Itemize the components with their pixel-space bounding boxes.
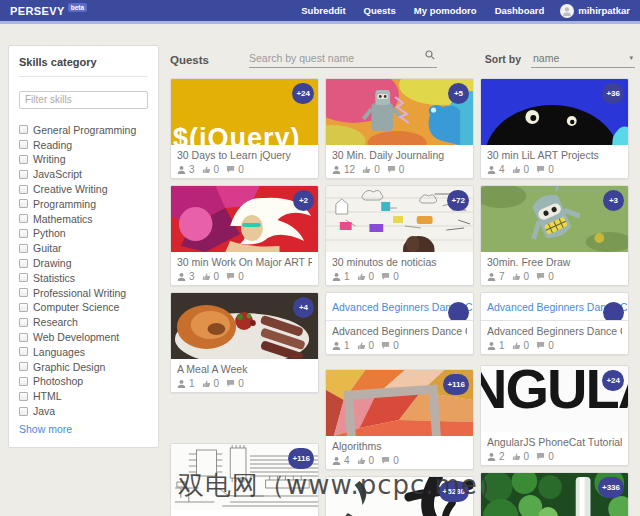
thumbs-up-icon [362,165,371,174]
quest-card-algorithms[interactable]: +116 Algorithms 4 0 0 [325,369,474,470]
nav-item-dashboard[interactable]: Dashboard [495,5,545,16]
checkbox-icon[interactable] [19,362,28,371]
skill-checkbox-general-programming[interactable]: General Programming [19,123,148,138]
checkbox-icon[interactable] [19,214,28,223]
quest-title: A Meal A Week [177,363,312,375]
person-icon [487,452,496,461]
thumbs-up-icon [512,341,521,350]
comment-icon [381,456,390,465]
person-icon [332,272,341,281]
quest-card-meal[interactable]: +4 A Meal A Week 1 0 0 [170,292,319,393]
quest-stats: 3 0 0 [177,164,312,175]
nav-item-subreddit[interactable]: Subreddit [301,5,345,16]
quest-card-journaling[interactable]: +5 30 Min. Daily Journaling 12 0 0 [325,78,474,179]
brand-logo[interactable]: PERSEVY beta [10,5,87,17]
checkbox-icon[interactable] [19,288,28,297]
quest-thumbnail: +336 [481,473,628,516]
person-icon [332,165,341,174]
checkbox-icon[interactable] [19,185,28,194]
quest-thumbnail: +5280 [326,477,473,516]
show-more-link[interactable]: Show more [19,423,148,435]
person-icon [177,379,186,388]
quest-stats: 1 0 0 [332,340,467,351]
skill-checkbox-java[interactable]: Java [19,404,148,419]
skill-checkbox-mathematics[interactable]: Mathematics [19,211,148,226]
grid-column-2: +5 30 Min. Daily Journaling 12 0 0 [325,78,474,516]
quest-stats: 2 0 0 [487,451,622,462]
skill-checkbox-web-development[interactable]: Web Development [19,330,148,345]
quest-card-noticias[interactable]: +72 30 minutos de noticias 1 0 0 [325,185,474,286]
points-badge: +24 [292,83,314,104]
page-title: Quests [170,54,209,68]
quest-card-angularjs[interactable]: NGULAR +24 AngularJS PhoneCat Tutorial A… [480,365,629,466]
skill-checkbox-computer-science[interactable]: Computer Science [19,300,148,315]
checkbox-icon[interactable] [19,273,28,282]
skill-checkbox-reading[interactable]: Reading [19,137,148,152]
nav-menu: Subreddit Quests My pomodoro Dashboard [301,5,544,16]
skill-checkbox-photoshop[interactable]: Photoshop [19,374,148,389]
skill-checkbox-drawing[interactable]: Drawing [19,256,148,271]
checkbox-icon[interactable] [19,155,28,164]
checkbox-icon[interactable] [19,199,28,208]
quest-card-jquery[interactable]: $(jQuery) +24 30 Days to Learn jQuery 3 … [170,78,319,179]
skill-checkbox-javascript[interactable]: JavaScript [19,167,148,182]
quest-card-arduino[interactable]: +336 Arduino 1 0 0 [480,472,629,516]
points-badge: +116 [288,448,314,469]
skill-checkbox-research[interactable]: Research [19,315,148,330]
skill-checkbox-professional-writing[interactable]: Professional Writing [19,285,148,300]
quest-stats: 12 0 0 [332,164,467,175]
skill-checkbox-programming[interactable]: Programming [19,196,148,211]
quest-card-free-draw[interactable]: +3 30min. Free Draw 7 0 0 [480,185,629,286]
quest-thumbnail-text: Advanced Beginners Dance Class [481,293,628,321]
quest-card-lil-art[interactable]: +36 30 min LiL ART Projects 4 0 0 [480,78,629,179]
skill-checkbox-languages[interactable]: Languages [19,344,148,359]
search-icon[interactable] [425,46,435,64]
quest-title: 30 Days to Learn jQuery [177,149,312,161]
skill-checkbox-graphic-design[interactable]: Graphic Design [19,359,148,374]
points-badge: +116 [443,374,469,395]
checkbox-icon[interactable] [19,229,28,238]
skill-checkbox-python[interactable]: Python [19,226,148,241]
skill-checkbox-statistics[interactable]: Statistics [19,270,148,285]
person-icon [487,165,496,174]
checkbox-icon[interactable] [19,125,28,134]
comment-icon [226,379,235,388]
points-badge: +3 [603,190,624,211]
nav-item-my-pomodoro[interactable]: My pomodoro [414,5,477,16]
checkbox-icon[interactable] [19,140,28,149]
checkbox-icon[interactable] [19,333,28,342]
filter-skills-input[interactable] [19,91,148,109]
skill-checkbox-creative-writing[interactable]: Creative Writing [19,182,148,197]
skill-checkbox-html[interactable]: HTML [19,389,148,404]
checkbox-icon[interactable] [19,392,28,401]
quest-thumbnail: +72 [326,186,473,252]
user-menu[interactable]: mihirpatkar [560,4,630,18]
quest-title: 30min. Free Draw [487,256,622,268]
quest-card-major-art[interactable]: +2 30 min Work On Major ART Projects 3 0… [170,185,319,286]
thumbs-up-icon [357,272,366,281]
quest-card-applied[interactable]: +116 Applied 2 0 0 [170,443,319,516]
skill-checkbox-writing[interactable]: Writing [19,152,148,167]
checkbox-icon[interactable] [19,377,28,386]
checkbox-icon[interactable] [19,347,28,356]
checkbox-icon[interactable] [19,244,28,253]
quest-card-dance-2[interactable]: Advanced Beginners Dance Class Advanced … [480,292,629,355]
search-input[interactable] [249,50,437,68]
checkbox-icon[interactable] [19,318,28,327]
quests-main: Quests Sort by name ▾ $(jQuery) +24 [170,48,635,516]
skill-checkbox-guitar[interactable]: Guitar [19,241,148,256]
points-badge-clipped [603,302,624,321]
quest-thumbnail: +116 [326,370,473,436]
points-badge: +336 [598,477,624,498]
checkbox-icon[interactable] [19,170,28,179]
checkbox-icon[interactable] [19,303,28,312]
quest-thumbnail: NGULAR +24 [481,366,628,432]
checkbox-icon[interactable] [19,259,28,268]
quest-card-dance-1[interactable]: Advanced Beginners Dance Class Advanced … [325,292,474,355]
sort-select[interactable]: name ▾ [531,50,635,68]
nav-item-quests[interactable]: Quests [364,5,396,16]
skills-sidebar: Skills category General Programming Read… [8,45,159,448]
quest-card-chino[interactable]: +5280 Aprender chino 1 0 0 [325,476,474,516]
quest-search [249,48,437,68]
checkbox-icon[interactable] [19,407,28,416]
